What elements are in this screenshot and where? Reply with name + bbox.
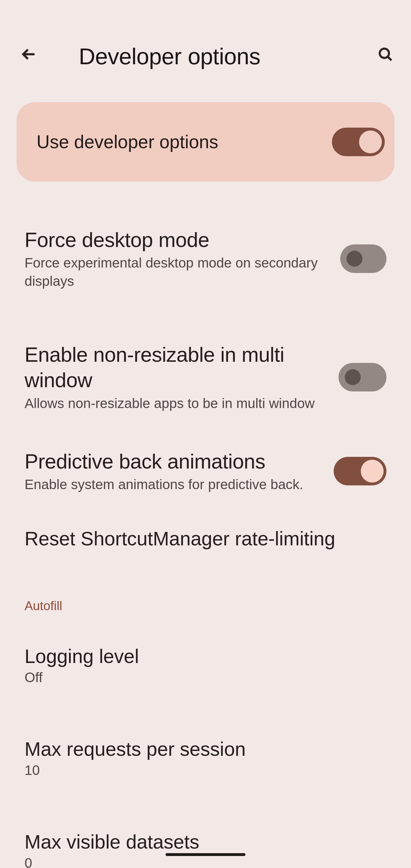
setting-row-max-requests[interactable]: Max requests per session 10: [25, 738, 386, 778]
setting-desc: Force experimental desktop mode on secon…: [25, 254, 329, 290]
toggle-predictive-back[interactable]: [334, 457, 386, 486]
setting-title: Max visible datasets: [25, 831, 386, 853]
section-heading-autofill: Autofill: [25, 599, 386, 613]
svg-line-2: [388, 57, 391, 60]
setting-row-reset-shortcut[interactable]: Reset ShortcutManager rate-limiting: [25, 527, 386, 550]
setting-desc: Allows non-resizable apps to be in multi…: [25, 394, 327, 412]
toggle-non-resizable[interactable]: [339, 363, 386, 392]
arrow-left-icon: [21, 46, 36, 63]
setting-value: 10: [25, 762, 386, 778]
page-title: Developer options: [79, 43, 260, 70]
master-toggle-card[interactable]: Use developer options: [17, 102, 394, 182]
setting-row-max-datasets[interactable]: Max visible datasets 0: [25, 831, 386, 868]
toggle-force-desktop[interactable]: [340, 244, 386, 273]
setting-title: Force desktop mode: [25, 227, 329, 253]
master-toggle-switch[interactable]: [332, 128, 385, 156]
setting-row-force-desktop[interactable]: Force desktop mode Force experimental de…: [25, 227, 386, 290]
setting-title: Predictive back animations: [25, 449, 303, 474]
setting-desc: Enable system animations for predictive …: [25, 475, 303, 493]
setting-value: Off: [25, 670, 386, 685]
setting-row-predictive-back[interactable]: Predictive back animations Enable system…: [25, 449, 386, 494]
svg-point-1: [380, 49, 389, 58]
master-toggle-label: Use developer options: [36, 131, 218, 152]
setting-value: 0: [25, 855, 386, 868]
setting-title: Enable non-resizable in multi window: [25, 342, 327, 393]
setting-row-non-resizable[interactable]: Enable non-resizable in multi window All…: [25, 342, 386, 412]
app-bar: Developer options: [0, 0, 411, 86]
setting-title: Reset ShortcutManager rate-limiting: [25, 527, 386, 550]
setting-row-logging-level[interactable]: Logging level Off: [25, 645, 386, 685]
search-icon: [378, 46, 393, 63]
back-button[interactable]: [16, 42, 41, 67]
home-indicator[interactable]: [165, 853, 246, 856]
setting-title: Max requests per session: [25, 738, 386, 760]
setting-title: Logging level: [25, 645, 386, 667]
search-button[interactable]: [373, 42, 398, 67]
